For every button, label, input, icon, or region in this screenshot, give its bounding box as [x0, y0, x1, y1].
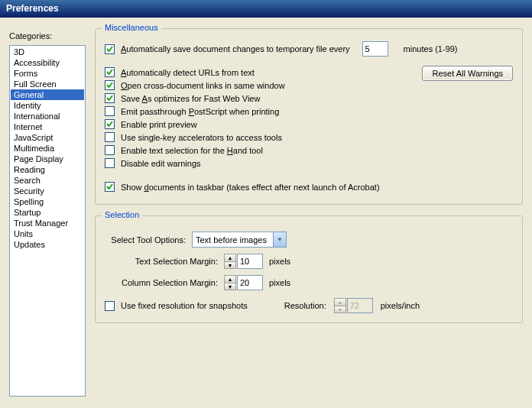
misc-option-checkbox[interactable] — [105, 67, 115, 77]
misc-option-checkbox[interactable] — [105, 119, 115, 129]
taskbar-row: Show documents in taskbar (takes effect … — [105, 182, 513, 192]
sidebar-item-trust-manager[interactable]: Trust Manager — [11, 218, 84, 228]
group-title-selection: Selection — [102, 210, 142, 219]
fixed-resolution-label: Use fixed resolution for snapshots — [121, 301, 248, 310]
main-panel: Miscellaneous Automatically save documen… — [95, 25, 523, 397]
taskbar-label: Show documents in taskbar (takes effect … — [121, 183, 380, 192]
misc-option-checkbox[interactable] — [105, 106, 115, 116]
tool-options-label: Select Tool Options: — [105, 235, 192, 244]
misc-option-checkbox[interactable] — [105, 145, 115, 155]
autosave-label-pre: Automatically save document changes to t… — [121, 44, 350, 53]
sidebar-item-startup[interactable]: Startup — [11, 207, 84, 218]
spin-down-icon: ▼ — [334, 306, 346, 313]
sidebar-item-updates[interactable]: Updates — [11, 239, 84, 250]
misc-option-checkbox[interactable] — [105, 93, 115, 103]
spin-up-icon: ▲ — [334, 298, 346, 306]
sidebar-item-international[interactable]: International — [11, 111, 84, 121]
misc-option-label: Open cross-document links in same window — [121, 81, 285, 90]
autosave-label-post: minutes (1-99) — [404, 44, 458, 53]
misc-option-row: Enable text selection for the Hand tool — [105, 145, 513, 155]
pixels-label: pixels — [269, 257, 290, 266]
misc-option-label: Automatically detect URLs from text — [121, 68, 255, 77]
sidebar-item-page-display[interactable]: Page Display — [11, 154, 84, 164]
tool-options-row: Select Tool Options: Text before images … — [105, 232, 513, 248]
dropdown-icon: ▼ — [273, 232, 286, 247]
sidebar-item-full-screen[interactable]: Full Screen — [11, 79, 84, 89]
autosave-row: Automatically save document changes to t… — [105, 41, 513, 57]
sidebar-item-internet[interactable]: Internet — [11, 121, 84, 132]
fixed-res-row: Use fixed resolution for snapshots Resol… — [105, 298, 513, 313]
sidebar-item-spelling[interactable]: Spelling — [11, 196, 84, 207]
column-margin-spinner[interactable]: ▲ ▼ — [224, 275, 263, 290]
taskbar-checkbox[interactable] — [105, 182, 115, 192]
resolution-spinner: ▲ ▼ — [334, 298, 373, 313]
pixels-label: pixels — [269, 278, 290, 287]
spin-down-icon[interactable]: ▼ — [224, 283, 236, 290]
spin-down-icon[interactable]: ▼ — [224, 261, 236, 269]
sidebar-item-reading[interactable]: Reading — [11, 164, 84, 175]
misc-option-label: Enable print preview — [121, 120, 197, 129]
column-margin-row: Column Selection Margin: ▲ ▼ pixels — [105, 275, 513, 290]
misc-option-checkbox[interactable] — [105, 80, 115, 90]
reset-warnings-button[interactable]: Reset All Warnings — [422, 66, 513, 81]
spin-up-icon[interactable]: ▲ — [224, 275, 236, 283]
autosave-minutes-input[interactable] — [362, 41, 388, 57]
misc-option-row: Use single-key accelerators to access to… — [105, 132, 513, 142]
categories-label: Categories: — [9, 31, 86, 40]
misc-option-label: Use single-key accelerators to access to… — [121, 133, 282, 142]
misc-option-label: Disable edit warnings — [121, 159, 201, 168]
sidebar-item-forms[interactable]: Forms — [11, 68, 84, 79]
tool-options-value: Text before images — [196, 235, 273, 244]
misc-option-row: Save As optimizes for Fast Web View — [105, 93, 513, 103]
resolution-input — [347, 298, 373, 313]
misc-option-label: Enable text selection for the Hand tool — [121, 146, 263, 155]
misc-option-row: Emit passthrough PostScript when printin… — [105, 106, 513, 116]
sidebar-item-javascript[interactable]: JavaScript — [11, 132, 84, 143]
text-margin-label: Text Selection Margin: — [105, 257, 224, 266]
sidebar-item-identity[interactable]: Identity — [11, 100, 84, 111]
column-margin-label: Column Selection Margin: — [105, 278, 224, 287]
spin-up-icon[interactable]: ▲ — [224, 254, 236, 261]
window-title: Preferences — [6, 3, 59, 14]
resolution-label: Resolution: — [284, 301, 326, 310]
misc-option-label: Save As optimizes for Fast Web View — [121, 94, 260, 103]
text-margin-row: Text Selection Margin: ▲ ▼ pixels — [105, 254, 513, 269]
sidebar-item-security[interactable]: Security — [11, 186, 84, 196]
group-miscellaneous: Miscellaneous Automatically save documen… — [95, 28, 523, 205]
misc-option-checkbox[interactable] — [105, 132, 115, 142]
group-title-miscellaneous: Miscellaneous — [102, 23, 161, 32]
misc-option-checkbox[interactable] — [105, 158, 115, 168]
sidebar-item-search[interactable]: Search — [11, 175, 84, 186]
content: Categories: 3DAccessibilityFormsFull Scr… — [0, 18, 532, 403]
sidebar-item-general[interactable]: General — [11, 89, 84, 100]
text-margin-spinner[interactable]: ▲ ▼ — [224, 254, 263, 269]
sidebar-item-units[interactable]: Units — [11, 228, 84, 239]
misc-option-row: Disable edit warnings — [105, 158, 513, 168]
text-margin-input[interactable] — [237, 254, 263, 269]
autosave-checkbox[interactable] — [105, 44, 115, 54]
sidebar-item-3d[interactable]: 3D — [11, 47, 84, 57]
misc-option-row: Enable print preview — [105, 119, 513, 129]
sidebar-item-accessibility[interactable]: Accessibility — [11, 57, 84, 68]
group-selection: Selection Select Tool Options: Text befo… — [95, 215, 523, 323]
sidebar-item-multimedia[interactable]: Multimedia — [11, 143, 84, 154]
column-margin-input[interactable] — [237, 275, 263, 290]
categories-list[interactable]: 3DAccessibilityFormsFull ScreenGeneralId… — [9, 45, 86, 397]
misc-option-row: Open cross-document links in same window — [105, 80, 513, 90]
tool-options-select[interactable]: Text before images ▼ — [192, 232, 287, 248]
sidebar: Categories: 3DAccessibilityFormsFull Scr… — [9, 25, 86, 397]
misc-option-label: Emit passthrough PostScript when printin… — [121, 107, 279, 116]
window-titlebar: Preferences — [0, 0, 532, 18]
fixed-resolution-checkbox[interactable] — [105, 301, 115, 311]
resolution-unit: pixels/inch — [381, 301, 420, 310]
